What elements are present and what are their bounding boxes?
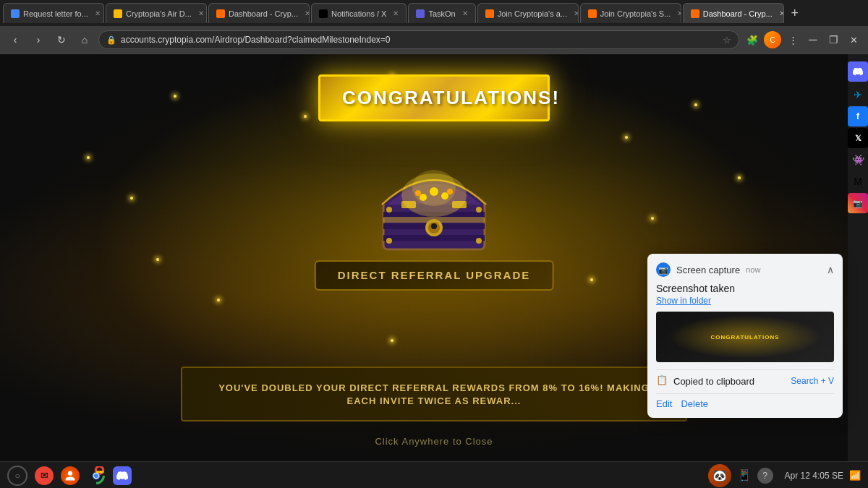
copied-to-clipboard-text: Copied to clipboard [673,376,786,387]
tab-7-icon [588,9,597,18]
notification-show-in-folder[interactable]: Show in folder [656,296,834,306]
tab-1-icon [11,9,20,18]
tab-5-icon [416,9,425,18]
medium-social-button[interactable]: M [848,171,868,192]
notification-collapse-button[interactable]: ∧ [827,264,834,275]
extensions-icon[interactable]: 🧩 [744,31,761,48]
close-icon[interactable]: ✕ [845,31,862,48]
notification-footer: 📋 Copied to clipboard Search + V [656,369,834,388]
nav-bar: ‹ › ↻ ⌂ 🔒 accounts.cryptopia.com/Airdrop… [0,26,868,53]
taskbar-question-icon[interactable]: ? [757,468,773,484]
new-tab-button[interactable]: + [786,4,804,22]
screen-capture-icon: 📷 [656,262,671,277]
browser-chrome: Request letter fo... ✕ Cryptopia's Air D… [0,0,868,54]
lock-icon: 🔒 [106,35,116,45]
notification-actions: Edit Delete [656,393,834,409]
sparkle [590,278,593,281]
minimize-icon[interactable]: ─ [804,31,822,48]
svg-point-20 [386,238,392,244]
tab-2[interactable]: Cryptopia's Air D... ✕ [106,3,207,23]
sparkle [738,176,741,179]
sparkle [694,103,697,106]
sparkle [217,299,220,301]
twitter-social-button[interactable]: 𝕏 [848,128,868,148]
forward-button[interactable]: › [29,30,48,49]
tab-1-close[interactable]: ✕ [95,9,101,17]
taskbar-phone-icon[interactable]: 📱 [737,468,752,482]
taskbar-app-icons: ✉ [35,466,132,485]
svg-point-13 [441,192,448,200]
notification-edit-button[interactable]: Edit [656,398,672,409]
tab-8[interactable]: Dashboard - Cryp... ✕ [683,3,784,23]
tab-5-close[interactable]: ✕ [462,9,468,17]
svg-point-14 [430,187,438,196]
svg-point-9 [431,223,437,229]
description-box: YOU'VE DOUBLED YOUR DIRECT REFERRAL REWA… [181,367,687,421]
treasure-chest [362,127,506,257]
tab-1[interactable]: Request letter fo... ✕ [3,3,104,23]
taskbar-wifi-icon: 📶 [849,470,861,481]
svg-point-16 [447,189,453,194]
taskbar-gmail-icon[interactable]: ✉ [35,466,54,485]
screen-capture-notification: 📷 Screen capture now ∧ Screenshot taken … [647,254,843,418]
address-bar[interactable]: 🔒 accounts.cryptopia.com/Airdrop/Dashboa… [98,30,739,49]
svg-rect-17 [383,217,485,223]
tab-7-close[interactable]: ✕ [677,9,681,17]
taskbar-discord-icon[interactable] [113,466,132,485]
reload-button[interactable]: ↻ [52,30,71,49]
instagram-social-button[interactable]: 📷 [848,193,868,213]
notification-title: Screen capture [676,265,740,275]
browser-actions: 🧩 C ⋮ ─ ❐ ✕ [744,31,862,48]
svg-point-15 [415,190,421,196]
taskbar-menu-button[interactable]: ○ [7,466,27,486]
tab-6-close[interactable]: ✕ [574,9,579,17]
svg-point-12 [420,194,427,201]
tab-bar: Request letter fo... ✕ Cryptopia's Air D… [0,0,868,26]
discord-social-button[interactable] [848,61,868,82]
tab-2-close[interactable]: ✕ [198,9,204,17]
taskbar-avatar-icon[interactable] [61,466,80,485]
chest-svg [362,127,506,257]
sparkle [625,136,628,139]
notification-title-row: 📷 Screen capture now [656,262,760,277]
taskbar-user-avatar[interactable]: 🐼 [708,464,731,487]
tab-3-close[interactable]: ✕ [305,9,310,17]
telegram-social-button[interactable]: ✈ [848,85,868,105]
restore-icon[interactable]: ❐ [825,31,842,48]
congratulations-text: CONGRATULATIONS! [342,87,560,108]
profile-icon[interactable]: C [764,31,781,48]
congratulations-banner: CONGRATULATIONS! [318,74,550,121]
taskbar-time: Apr 12 4:05 SE [785,471,843,481]
back-button[interactable]: ‹ [6,30,25,49]
tab-4[interactable]: Notifications / X ✕ [311,3,407,23]
notification-time: now [746,265,760,274]
tab-8-close[interactable]: ✕ [779,9,784,17]
svg-point-18 [386,207,392,213]
menu-icon[interactable]: ⋮ [784,31,801,48]
tab-6-icon [485,9,494,18]
facebook-social-button[interactable]: f [848,106,868,127]
home-button[interactable]: ⌂ [75,30,94,49]
reward-label-text: DIRECT REFERRAL UPGRADE [338,269,531,281]
reward-label: DIRECT REFERRAL UPGRADE [315,260,554,291]
tab-2-icon [114,9,122,18]
tab-4-close[interactable]: ✕ [393,9,399,17]
description-text: YOU'VE DOUBLED YOUR DIRECT REFERRAL REWA… [218,382,650,406]
notification-main-text: Screenshot taken [656,283,834,294]
tab-6[interactable]: Join Cryptopia's a... ✕ [477,3,579,23]
tab-4-icon [319,9,328,18]
click-to-close: Click Anywhere to Close [375,436,493,447]
address-text: accounts.cryptopia.com/Airdrop/Dashboard… [121,35,718,45]
tab-3[interactable]: Dashboard - Cryp... ✕ [208,3,310,23]
reddit-social-button[interactable]: 👾 [848,150,868,170]
svg-point-21 [476,238,482,244]
star-icon[interactable]: ☆ [723,35,731,46]
notification-delete-button[interactable]: Delete [681,398,708,409]
tab-3-icon [216,9,225,18]
tab-5[interactable]: TaskOn ✕ [408,3,475,23]
taskbar-chrome-icon[interactable] [87,466,106,485]
page-content[interactable]: CONGRATULATIONS! [0,54,868,461]
sparkle [156,258,159,261]
search-shortcut-button[interactable]: Search + V [791,376,834,386]
tab-7[interactable]: Join Cryptopia's S... ✕ [580,3,681,23]
